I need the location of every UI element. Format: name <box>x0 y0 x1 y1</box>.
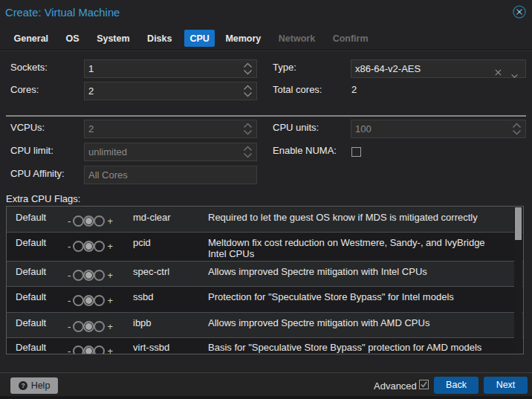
svg-text:?: ? <box>21 382 25 389</box>
